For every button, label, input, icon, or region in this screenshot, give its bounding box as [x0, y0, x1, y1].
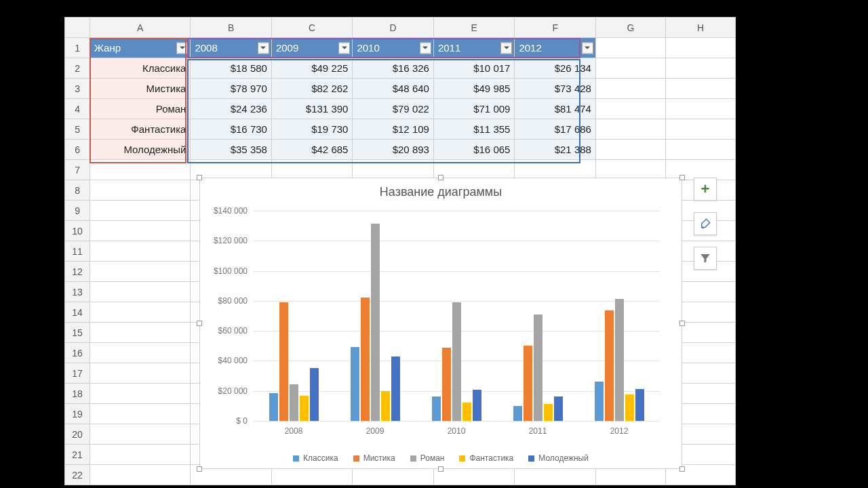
- resize-handle[interactable]: [197, 466, 202, 472]
- cell[interactable]: $20 893: [353, 140, 434, 160]
- cell[interactable]: [90, 343, 191, 363]
- cell[interactable]: $49 985: [433, 79, 515, 99]
- cell[interactable]: [353, 160, 434, 180]
- cell[interactable]: $82 262: [271, 79, 353, 99]
- row-header[interactable]: 17: [65, 363, 90, 384]
- resize-handle[interactable]: [438, 466, 443, 472]
- row-header[interactable]: 20: [65, 424, 90, 445]
- cell[interactable]: 2012: [515, 38, 596, 58]
- row-header[interactable]: 4: [65, 99, 90, 119]
- cell[interactable]: [665, 140, 735, 160]
- cell[interactable]: $18 580: [191, 58, 272, 79]
- cell[interactable]: [665, 38, 735, 58]
- legend-item[interactable]: Классика: [293, 453, 338, 463]
- cell[interactable]: $49 225: [271, 58, 353, 79]
- row-header[interactable]: 10: [65, 221, 90, 241]
- row-header[interactable]: 5: [65, 119, 90, 140]
- cell[interactable]: [90, 241, 191, 262]
- cell[interactable]: [433, 160, 515, 180]
- cell[interactable]: [191, 160, 272, 180]
- cell[interactable]: [595, 160, 665, 180]
- chart-filter-button[interactable]: [694, 247, 717, 270]
- cell[interactable]: [90, 160, 191, 180]
- chart-bar[interactable]: [351, 347, 359, 421]
- row-header[interactable]: 9: [65, 201, 90, 221]
- cell[interactable]: $26 134: [515, 58, 596, 79]
- table-row[interactable]: 6Молодежный$35 358$42 685$20 893$16 065$…: [65, 140, 736, 160]
- spreadsheet-sheet[interactable]: A B C D E F G H 1Жанр2008200920102011201…: [64, 17, 736, 474]
- row-header[interactable]: 18: [65, 384, 90, 404]
- cell[interactable]: $35 358: [191, 140, 272, 160]
- cell[interactable]: $11 355: [433, 119, 515, 140]
- row-header[interactable]: 12: [65, 262, 90, 282]
- cell[interactable]: $48 640: [353, 79, 434, 99]
- legend-item[interactable]: Молодежный: [528, 453, 589, 463]
- cell[interactable]: [90, 180, 191, 201]
- chart-bar[interactable]: [269, 393, 278, 421]
- select-all-triangle[interactable]: [65, 18, 90, 38]
- row-header[interactable]: 7: [65, 160, 90, 180]
- row-header[interactable]: 14: [65, 302, 90, 323]
- cell[interactable]: Роман: [90, 99, 191, 119]
- cell[interactable]: $21 388: [515, 140, 596, 160]
- legend-item[interactable]: Мистика: [353, 453, 395, 463]
- cell[interactable]: [90, 424, 191, 445]
- cell[interactable]: [271, 160, 353, 180]
- cell[interactable]: $81 474: [515, 99, 596, 119]
- col-header-E[interactable]: E: [433, 18, 515, 38]
- chart-bar[interactable]: [442, 348, 451, 421]
- row-header[interactable]: 1: [65, 38, 90, 58]
- chart-bar[interactable]: [615, 299, 624, 421]
- table-row[interactable]: 2Классика$18 580$49 225$16 326$10 017$26…: [65, 58, 736, 79]
- filter-dropdown-icon[interactable]: [500, 42, 512, 54]
- cell[interactable]: 2009: [271, 38, 353, 58]
- chart-bar[interactable]: [544, 404, 553, 421]
- col-header-H[interactable]: H: [665, 18, 735, 38]
- cell[interactable]: [595, 79, 665, 99]
- chart-bar[interactable]: [391, 357, 400, 421]
- col-header-G[interactable]: G: [595, 18, 665, 38]
- cell[interactable]: $17 686: [515, 119, 596, 140]
- row-header[interactable]: 13: [65, 282, 90, 302]
- row-header[interactable]: 11: [65, 241, 90, 262]
- chart-add-element-button[interactable]: +: [694, 178, 717, 201]
- cell[interactable]: $19 730: [271, 119, 353, 140]
- chart-bar[interactable]: [300, 396, 309, 421]
- chart-bar[interactable]: [310, 368, 319, 421]
- cell[interactable]: $131 390: [271, 99, 353, 119]
- cell[interactable]: [595, 38, 665, 58]
- chart-bar[interactable]: [462, 403, 471, 421]
- resize-handle[interactable]: [679, 321, 685, 326]
- chart-bar[interactable]: [605, 310, 614, 421]
- cell[interactable]: Мистика: [90, 79, 191, 99]
- chart-bar[interactable]: [279, 302, 288, 421]
- chart-bar[interactable]: [371, 224, 380, 421]
- chart-bar[interactable]: [625, 394, 634, 421]
- chart-bar[interactable]: [290, 384, 298, 421]
- cell[interactable]: [90, 221, 191, 241]
- chart-plot-area[interactable]: $140 000$120 000$100 000$80 000$60 000$4…: [253, 211, 660, 421]
- cell[interactable]: [595, 140, 665, 160]
- col-header-F[interactable]: F: [515, 18, 596, 38]
- filter-dropdown-icon[interactable]: [582, 42, 593, 54]
- chart-title[interactable]: Название диаграммы: [200, 178, 682, 202]
- resize-handle[interactable]: [679, 466, 685, 472]
- cell[interactable]: 2008: [191, 38, 272, 58]
- resize-handle[interactable]: [679, 175, 685, 180]
- col-header-A[interactable]: A: [90, 18, 191, 38]
- cell[interactable]: $78 970: [191, 79, 272, 99]
- cell[interactable]: [665, 58, 735, 79]
- cell[interactable]: [665, 99, 735, 119]
- cell[interactable]: [515, 160, 596, 180]
- cell[interactable]: [90, 465, 191, 485]
- table-row[interactable]: 1Жанр20082009201020112012: [65, 38, 736, 58]
- chart-bar[interactable]: [595, 382, 604, 421]
- row-header[interactable]: 3: [65, 79, 90, 99]
- cell[interactable]: $42 685: [271, 140, 353, 160]
- chart-bar[interactable]: [554, 396, 563, 421]
- chart-legend[interactable]: КлассикаМистикаРоманФантастикаМолодежный: [200, 453, 682, 463]
- cell[interactable]: [90, 445, 191, 465]
- filter-dropdown-icon[interactable]: [338, 42, 350, 54]
- cell[interactable]: [665, 119, 735, 140]
- cell[interactable]: [90, 363, 191, 384]
